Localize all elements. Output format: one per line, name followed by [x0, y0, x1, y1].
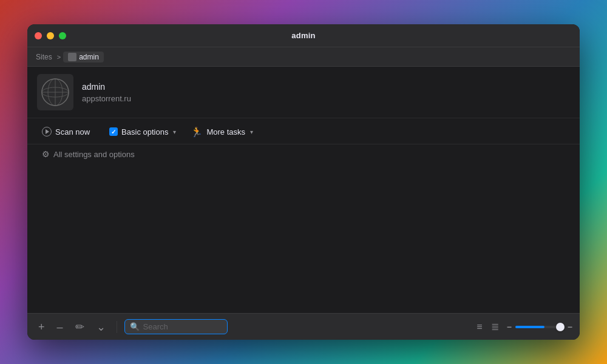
runner-icon: 🏃: [191, 126, 203, 138]
search-wrapper: 🔍: [124, 319, 228, 334]
basic-options-checkbox[interactable]: [109, 127, 118, 136]
all-settings-label: All settings and options: [53, 150, 135, 159]
breadcrumb-bar: Sites > admin: [27, 47, 580, 67]
search-icon: 🔍: [130, 322, 140, 331]
remove-button[interactable]: –: [53, 319, 67, 335]
search-input[interactable]: [143, 322, 222, 331]
grid-view-button[interactable]: ≣: [488, 319, 502, 334]
close-button[interactable]: [35, 32, 42, 39]
basic-options-arrow-icon[interactable]: ▾: [173, 129, 176, 135]
breadcrumb-icon: [68, 53, 76, 61]
zoom-slider[interactable]: [515, 326, 564, 328]
gear-icon: ⚙: [42, 149, 50, 159]
window-title: admin: [291, 31, 315, 40]
bottom-toolbar: + – ✏ ⌄ 🔍 ≡ ≣ − −: [27, 313, 580, 340]
site-row: admin appstorrent.ru: [27, 67, 580, 118]
scan-now-button[interactable]: Scan now: [37, 124, 95, 139]
toolbar-divider: [117, 321, 117, 333]
breadcrumb-current-label: admin: [79, 53, 99, 61]
toolbar-right: ≡ ≣ − −: [473, 319, 572, 334]
scan-now-label: Scan now: [55, 127, 90, 136]
zoom-in-icon[interactable]: −: [568, 322, 572, 332]
content-area: admin appstorrent.ru Scan now Basic opti…: [27, 67, 580, 313]
breadcrumb-separator: >: [57, 53, 61, 61]
site-url: appstorrent.ru: [82, 94, 131, 103]
site-info: admin appstorrent.ru: [82, 82, 131, 103]
all-settings-button[interactable]: ⚙ All settings and options: [37, 147, 140, 161]
zoom-slider-wrapper: − −: [507, 322, 572, 332]
zoom-slider-fill: [515, 326, 544, 328]
globe-icon: [40, 77, 70, 107]
site-name: admin: [82, 82, 131, 92]
basic-options-group: Basic options ▾: [109, 127, 176, 136]
more-tasks-group: 🏃 More tasks ▾: [191, 126, 253, 138]
breadcrumb-sites[interactable]: Sites: [33, 52, 55, 62]
more-tasks-label: More tasks: [206, 127, 245, 136]
action-bar-2: ⚙ All settings and options: [27, 144, 580, 167]
scan-icon: [42, 127, 52, 136]
breadcrumb-current[interactable]: admin: [63, 52, 104, 62]
title-bar: admin: [27, 24, 580, 47]
traffic-lights: [35, 32, 66, 39]
basic-options-label: Basic options: [121, 127, 168, 136]
minimize-button[interactable]: [47, 32, 54, 39]
add-button[interactable]: +: [35, 319, 49, 335]
chevron-button[interactable]: ⌄: [93, 319, 109, 335]
site-icon: [37, 74, 73, 110]
list-view-button[interactable]: ≡: [473, 319, 485, 334]
view-buttons: ≡ ≣: [473, 319, 501, 334]
zoom-slider-thumb[interactable]: [556, 323, 565, 331]
more-tasks-arrow-icon[interactable]: ▾: [250, 129, 253, 135]
app-window: admin Sites > admin: [27, 24, 580, 340]
maximize-button[interactable]: [59, 32, 66, 39]
edit-button[interactable]: ✏: [72, 319, 88, 335]
action-bar: Scan now Basic options ▾ 🏃 More tasks ▾: [27, 118, 580, 144]
zoom-out-icon[interactable]: −: [507, 322, 512, 332]
